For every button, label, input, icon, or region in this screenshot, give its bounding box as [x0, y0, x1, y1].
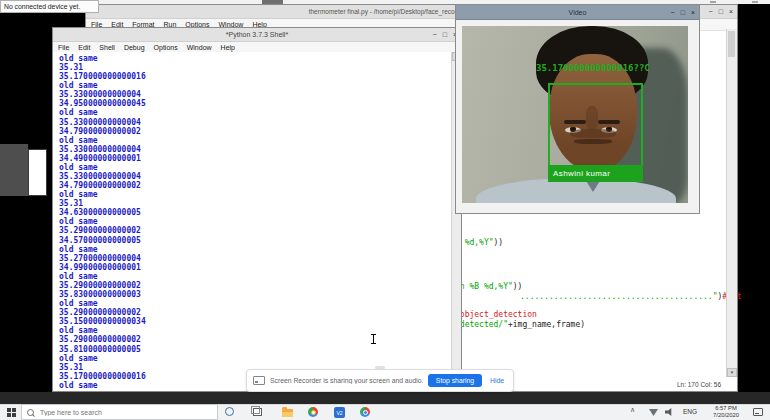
- search-icon: [27, 409, 34, 416]
- shell-output-line: old same: [59, 136, 452, 145]
- background-dialog: [28, 149, 47, 196]
- minimize-icon[interactable]: −: [709, 8, 713, 15]
- tray-expand-icon[interactable]: ∧: [630, 406, 635, 414]
- pi-taskbar: V2: [0, 392, 770, 404]
- shell-titlebar[interactable]: *Python 3.7.3 Shell* − □ ×: [53, 28, 461, 42]
- shell-output-line: 34.79000000000002: [59, 181, 452, 190]
- code-string: ........................................…: [520, 292, 717, 301]
- recorder-message: Screen Recorder is sharing your screen a…: [270, 377, 423, 384]
- language-indicator[interactable]: ENG: [683, 408, 697, 415]
- shell-window-controls: − □ ×: [433, 28, 457, 41]
- desktop: thermometer final.py - /home/pi/Desktop/…: [0, 0, 770, 420]
- screen-recorder-bar: Screen Recorder is sharing your screen a…: [247, 370, 513, 391]
- file-explorer-icon[interactable]: [282, 409, 293, 417]
- shell-output-line: old same: [59, 354, 452, 363]
- editor-status: Ln: 170 Col: 56: [677, 381, 721, 388]
- python-shell-window: *Python 3.7.3 Shell* − □ × FileEditShell…: [52, 27, 462, 392]
- shell-title: *Python 3.7.3 Shell*: [226, 31, 288, 38]
- start-icon[interactable]: [7, 408, 16, 417]
- shell-output-line: 34.63000000000005: [59, 208, 452, 217]
- shell-output-line: old same: [59, 245, 452, 254]
- shell-output-line: 34.79000000000002: [59, 127, 452, 136]
- scroll-down-icon[interactable]: ▼: [727, 368, 737, 377]
- shell-output-line: 35.29000000000002: [59, 281, 452, 290]
- menu-item[interactable]: Options: [154, 44, 178, 51]
- shell-output-line: old same: [59, 108, 452, 117]
- menu-item[interactable]: File: [58, 44, 69, 51]
- shell-output-line: 34.49000000000001: [59, 154, 452, 163]
- menu-item[interactable]: Shell: [99, 44, 115, 51]
- temperature-overlay: 35.170000000000016??C: [536, 63, 650, 73]
- maximize-icon[interactable]: □: [681, 9, 685, 16]
- shell-output-line: 35.29000000000002: [59, 308, 452, 317]
- code-line: odetected/"+img_name,frame): [455, 320, 585, 329]
- shell-output-line: 35.31: [59, 199, 452, 208]
- shell-output-line: old same: [59, 54, 452, 63]
- code-line: ........................................…: [520, 292, 742, 301]
- shell-output-line: 35.33000000000004: [59, 172, 452, 181]
- ibeam-cursor: [373, 335, 374, 343]
- face-detection-box: [548, 83, 643, 168]
- shell-output-line: old same: [59, 81, 452, 90]
- shell-output-line: old same: [59, 217, 452, 226]
- chrome-icon[interactable]: [308, 407, 318, 417]
- code-line: B %d,%Y")): [455, 238, 503, 247]
- task-view-icon[interactable]: [253, 408, 262, 416]
- shell-output[interactable]: old same35.3135.170000000000016old same3…: [53, 52, 452, 391]
- shell-output-line: old same: [59, 299, 452, 308]
- shell-output-line: 35.33000000000004: [59, 145, 452, 154]
- hide-button[interactable]: Hide: [487, 375, 507, 386]
- shell-output-line: 35.31: [59, 63, 452, 72]
- menu-item[interactable]: Help: [221, 44, 235, 51]
- shell-output-line: 35.83000000000003: [59, 290, 452, 299]
- stop-sharing-button[interactable]: Stop sharing: [428, 374, 482, 387]
- recorder-bar-handle[interactable]: [375, 366, 385, 369]
- shell-output-line: 35.33000000000004: [59, 90, 452, 99]
- code-text: )): [513, 282, 523, 291]
- device-tooltip: No connected device yet.: [0, 0, 99, 13]
- background-panel: [0, 144, 28, 196]
- browser-icon[interactable]: [360, 407, 370, 417]
- close-icon[interactable]: ×: [729, 8, 733, 15]
- editor-window-controls: − □ ×: [709, 5, 733, 18]
- window-control-mark: [710, 1, 716, 3]
- cortana-icon[interactable]: [225, 407, 234, 416]
- maximize-icon[interactable]: □: [443, 31, 447, 38]
- shell-output-line: 35.29000000000002: [59, 335, 452, 344]
- shell-output-line: old same: [59, 272, 452, 281]
- shell-output-line: old same: [59, 163, 452, 172]
- window-control-mark: [752, 1, 758, 3]
- video-title: Video: [569, 9, 587, 16]
- minimize-icon[interactable]: −: [433, 31, 437, 38]
- shell-output-line: 34.950000000000045: [59, 99, 452, 108]
- action-center-icon[interactable]: [753, 408, 763, 416]
- editor-scrollbar[interactable]: ▼: [726, 29, 737, 377]
- shell-output-line: 35.150000000000034: [59, 317, 452, 326]
- taskbar-search[interactable]: [21, 404, 218, 420]
- video-titlebar[interactable]: Video − □ ×: [456, 5, 699, 20]
- minimize-icon[interactable]: −: [671, 9, 675, 16]
- maximize-icon[interactable]: □: [719, 8, 723, 15]
- scrollbar-thumb[interactable]: [728, 31, 735, 57]
- code-line: /object_detection: [455, 310, 537, 319]
- code-text: +img_name,frame): [508, 320, 585, 329]
- code-text: )): [494, 238, 504, 247]
- webcam-frame: 35.170000000000016??C Ashwini kumar: [462, 26, 688, 203]
- code-comment: /object_detection: [455, 310, 537, 319]
- taskbar-clock[interactable]: 6:57 PM 7/20/2020: [704, 405, 748, 418]
- shell-output-line: 34.99000000000001: [59, 263, 452, 272]
- search-input[interactable]: [38, 408, 192, 417]
- shell-output-line: 35.29000000000002: [59, 226, 452, 235]
- video-window-controls: − □ ×: [671, 5, 695, 19]
- shell-output-line: old same: [59, 190, 452, 199]
- shell-output-line: 34.57000000000005: [59, 236, 452, 245]
- clock-date: 7/20/2020: [704, 412, 748, 419]
- screen-share-icon: [253, 376, 265, 385]
- shell-output-line: 35.33000000000004: [59, 118, 452, 127]
- vnc-viewer-icon[interactable]: V2: [334, 407, 345, 418]
- code-string: odetected/": [455, 320, 508, 329]
- menu-item[interactable]: Edit: [78, 44, 90, 51]
- menu-item[interactable]: Debug: [124, 44, 145, 51]
- menu-item[interactable]: Window: [187, 44, 212, 51]
- close-icon[interactable]: ×: [691, 9, 695, 16]
